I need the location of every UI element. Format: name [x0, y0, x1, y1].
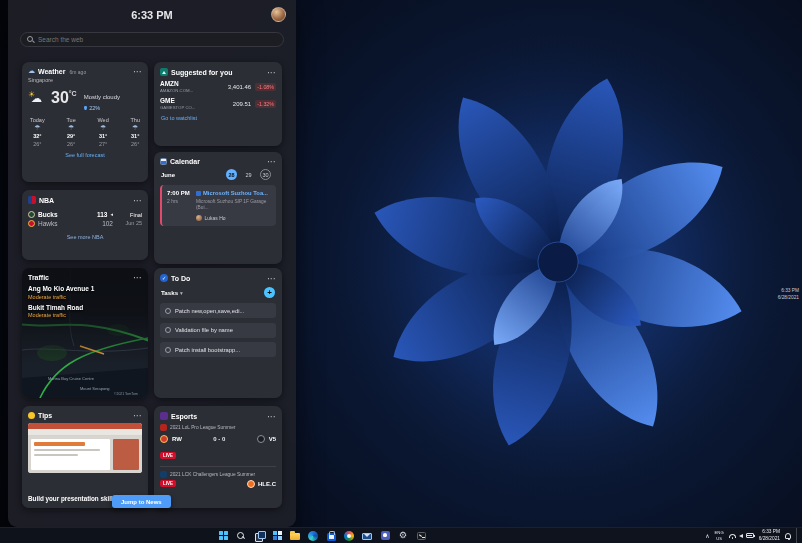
weather-widget-icon: ☁: [28, 68, 35, 75]
taskbar-icon-file-explorer[interactable]: [289, 530, 301, 542]
league-name: 2021 LoL Pro League Summer: [170, 425, 235, 430]
weather-title: Weather: [38, 68, 66, 75]
lck-league-icon: [160, 471, 167, 478]
team-abbr: RW: [172, 436, 182, 442]
nba-title: NBA: [39, 197, 54, 204]
system-tray: ∧ ENG US 6:33 PM 6/28/2021: [705, 528, 802, 543]
see-more-nba-link[interactable]: See more NBA: [28, 234, 142, 240]
traffic-road[interactable]: Ang Mo Kio Avenue 1 Moderate traffic: [28, 285, 142, 300]
hle-team-icon: [247, 480, 255, 488]
current-temp: 30°C: [51, 90, 77, 106]
task-checkbox[interactable]: [165, 327, 171, 333]
event-attendee: Lukas Ho: [196, 215, 271, 221]
stocks-menu-icon[interactable]: ···: [268, 69, 277, 76]
stock-symbol: AMZN: [160, 80, 206, 87]
web-search-bar[interactable]: [20, 32, 284, 47]
event-calendar-icon: [196, 191, 201, 196]
esports-match[interactable]: LIVE HLE.C: [160, 480, 276, 488]
todo-menu-icon[interactable]: ···: [268, 275, 277, 282]
taskbar-icon-widgets[interactable]: [271, 530, 283, 542]
league-name: 2021 LCK Challengers League Summer: [170, 472, 255, 477]
stock-price: 3,401.46: [228, 84, 251, 90]
winner-arrow-icon: ◂: [110, 211, 113, 217]
see-full-forecast-link[interactable]: See full forecast: [28, 152, 142, 158]
tray-clock[interactable]: 6:33 PM 6/28/2021: [759, 529, 780, 542]
desktop: 6:33 PM 6/28/2021 6:33 PM ☁ Weather 6m a…: [0, 0, 802, 543]
nba-team-row: Hawks 102: [28, 220, 113, 227]
taskbar-icon-task-view[interactable]: [253, 530, 265, 542]
esports-match[interactable]: RW 0 - 0 V5: [160, 435, 276, 443]
esports-menu-icon[interactable]: ···: [268, 413, 277, 420]
weather-widget[interactable]: ☁ Weather 6m ago ··· Singapore ☀ ☁ 30°C …: [22, 62, 148, 182]
esports-title: Esports: [171, 413, 197, 420]
task-checkbox[interactable]: [165, 347, 171, 353]
stock-change: -1.32%: [255, 100, 276, 108]
taskbar-icon-mail[interactable]: [361, 530, 373, 542]
taskbar-icon-settings[interactable]: ⚙: [397, 530, 409, 542]
overlay-date: 6/28/2021: [778, 295, 799, 302]
forecast-day[interactable]: Today ☂ 32° 26°: [30, 117, 45, 147]
live-badge: LIVE: [160, 480, 176, 487]
notification-bell-icon[interactable]: [785, 533, 791, 539]
task-item[interactable]: Validation file by name: [160, 323, 276, 338]
add-task-button[interactable]: +: [264, 287, 275, 298]
calendar-widget[interactable]: Calendar ··· June 28 29 30 7:00 PM 2 hrs: [154, 152, 282, 264]
road-name: Ang Mo Kio Avenue 1: [28, 285, 142, 292]
nba-widget[interactable]: NBA ··· Bucks 113 ◂ Hawks: [22, 190, 148, 260]
wallpaper-bloom: [318, 0, 802, 527]
forecast-day[interactable]: Wed ☂ 31° 27°: [98, 117, 109, 147]
go-to-watchlist-link[interactable]: Go to watchlist: [160, 115, 276, 121]
stock-change: -1.08%: [255, 83, 276, 91]
task-item[interactable]: Patch new,open,save,edi...: [160, 303, 276, 318]
event-title-row: Microsoft Suzhou Toa...: [196, 190, 271, 196]
tips-menu-icon[interactable]: ···: [134, 412, 143, 419]
calendar-day-selected[interactable]: 28: [226, 169, 237, 180]
task-item[interactable]: Patch install bootstrapp...: [160, 342, 276, 357]
droplet-icon: [84, 106, 88, 111]
game-status: Final: [117, 212, 142, 218]
taskbar-icon-edge[interactable]: [307, 530, 319, 542]
nba-widget-icon: [28, 196, 36, 204]
user-avatar[interactable]: [271, 7, 286, 22]
esports-widget[interactable]: Esports ··· 2021 LoL Pro League Summer R…: [154, 406, 282, 508]
weather-condition: Mostly cloudy: [84, 94, 120, 100]
stock-row[interactable]: GME GAMESTOP CO... 209.51 -1.32%: [160, 97, 276, 110]
team-name: Hawks: [38, 220, 58, 227]
task-list-selector[interactable]: Tasks: [161, 289, 178, 296]
taskbar-icon-store[interactable]: [325, 530, 337, 542]
taskbar-icon-start[interactable]: [217, 530, 229, 542]
calendar-day[interactable]: 29: [243, 169, 254, 180]
tips-widget[interactable]: Tips ··· Build your presentation skills: [22, 406, 148, 508]
traffic-menu-icon[interactable]: ···: [134, 274, 143, 281]
calendar-event[interactable]: 7:00 PM 2 hrs Microsoft Suzhou Toa... Mi…: [160, 185, 276, 226]
nba-menu-icon[interactable]: ···: [134, 197, 143, 204]
traffic-road[interactable]: Bukit Timah Road Moderate traffic: [28, 304, 142, 319]
forecast-day[interactable]: Tue ☂ 29° 26°: [66, 117, 75, 147]
taskbar-icon-terminal[interactable]: [415, 530, 427, 542]
language-indicator[interactable]: ENG US: [715, 530, 724, 540]
stocks-widget[interactable]: Suggested for you ··· AMZN AMAZON.COM...…: [154, 62, 282, 146]
sun-cloud-icon: ☀ ☁: [28, 91, 46, 105]
weather-menu-icon[interactable]: ···: [134, 68, 143, 75]
calendar-day[interactable]: 30: [260, 169, 271, 180]
jump-to-news-button[interactable]: Jump to News: [112, 495, 171, 508]
taskbar-icon-teams[interactable]: [379, 530, 391, 542]
search-input[interactable]: [38, 36, 277, 43]
weather-location: Singapore: [28, 77, 142, 83]
quick-settings[interactable]: [729, 533, 754, 538]
task-checkbox[interactable]: [165, 308, 171, 314]
taskbar-icon-photos[interactable]: [343, 530, 355, 542]
stock-row[interactable]: AMZN AMAZON.COM... 3,401.46 -1.08%: [160, 80, 276, 93]
chevron-down-icon: ▾: [180, 290, 183, 296]
calendar-menu-icon[interactable]: ···: [268, 158, 277, 165]
todo-widget-icon: ✓: [160, 274, 168, 282]
screen-overlay-clock: 6:33 PM 6/28/2021: [778, 288, 799, 301]
todo-widget[interactable]: ✓ To Do ··· Tasks ▾ + Patch new,open,sav…: [154, 268, 282, 398]
forecast-day[interactable]: Thu ☂ 31° 26°: [130, 117, 139, 147]
traffic-widget[interactable]: Braddell Marina Bay Cruise Centre Mount …: [22, 268, 148, 398]
tips-thumbnail[interactable]: [28, 423, 142, 473]
tray-chevron-up-icon[interactable]: ∧: [705, 532, 709, 539]
calendar-title: Calendar: [170, 158, 200, 165]
show-desktop-button[interactable]: [796, 528, 799, 543]
taskbar-icon-search[interactable]: [235, 530, 247, 542]
